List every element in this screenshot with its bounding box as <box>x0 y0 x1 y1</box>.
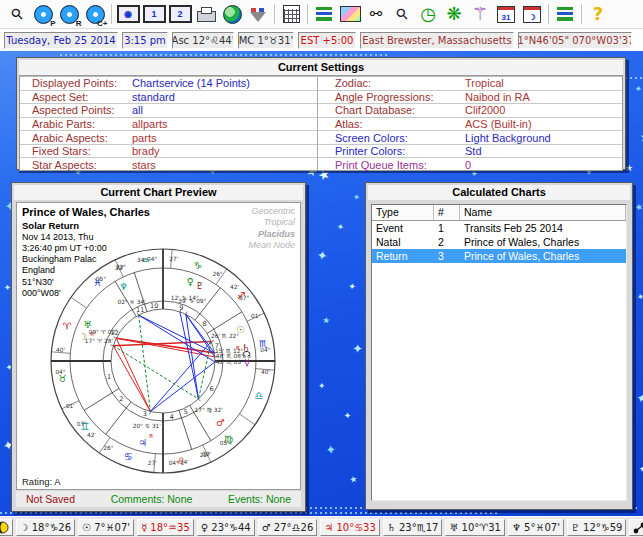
view-chart-button[interactable]: ◉ <box>115 2 141 26</box>
chart-info-line: Nov 14 2013, Thu <box>22 232 150 243</box>
setting-label: Arabic Parts: <box>20 118 132 130</box>
setting-label: Screen Colors: <box>318 132 465 144</box>
calculated-charts-list[interactable]: Type#NameEvent1Transits Feb 25 2014Natal… <box>371 204 627 501</box>
animate-clock-icon: ◷ <box>420 5 436 23</box>
chart-report-icon <box>283 5 300 23</box>
graphic-ephemeris-button[interactable] <box>337 2 363 26</box>
chart-type: Solar Return <box>22 220 150 232</box>
chart-corner-line: Placidus <box>248 229 295 240</box>
solar-fire-window: ⚲PRC+◉12⚯⚲◷❋⚚31☽? Tuesday, Feb 25 20143:… <box>0 0 643 537</box>
comments-label[interactable]: Comments: None <box>111 493 193 505</box>
current-settings-panel: Current Settings Displayed Points:Charts… <box>16 57 626 170</box>
view-chart-1-button[interactable]: 1 <box>141 2 167 26</box>
setting-row[interactable]: Angle Progressions:Naibod in RA <box>318 91 622 105</box>
status-time[interactable]: 3:15 pm <box>122 32 168 49</box>
atlas-globe-icon <box>223 5 242 24</box>
svg-text:4: 4 <box>170 413 174 421</box>
almanac-icon: ☽ <box>523 6 541 23</box>
dotted-texture <box>60 54 390 56</box>
setting-label: Aspected Points: <box>20 104 132 116</box>
progressed-chart-icon: P <box>34 5 53 24</box>
setting-label: Zodiac: <box>318 77 465 89</box>
chart-wizard-button[interactable]: ⚚ <box>467 2 493 26</box>
time-search-button[interactable]: ⚲ <box>389 2 415 26</box>
return-chart-button[interactable]: R <box>56 2 82 26</box>
help-icon: ? <box>593 5 603 23</box>
not-saved-label[interactable]: Not Saved <box>26 493 75 505</box>
setting-value: 0 <box>465 159 471 171</box>
column-header-num[interactable]: # <box>434 205 460 220</box>
events-label[interactable]: Events: None <box>228 493 291 505</box>
calendar-button[interactable]: 31 <box>493 2 519 26</box>
svg-text:♃: ♃ <box>138 437 147 448</box>
setting-row[interactable]: Displayed Points:Chartservice (14 Points… <box>20 77 317 91</box>
setting-label: Fixed Stars: <box>20 145 132 157</box>
almanac-button[interactable]: ☽ <box>519 2 545 26</box>
chart-cell: Event <box>372 222 434 234</box>
new-chart-button[interactable]: C+ <box>82 2 108 26</box>
svg-text:♈: ♈ <box>63 321 72 332</box>
svg-text:✦: ✦ <box>634 390 643 408</box>
svg-text:♉: ♉ <box>58 373 67 384</box>
aspect-pattern-button[interactable]: ⚯ <box>363 2 389 26</box>
setting-label: Print Queue Items: <box>318 159 465 171</box>
setting-row[interactable]: Aspected Points:all <box>20 104 317 118</box>
chart-preview-area[interactable]: Prince of Wales, Charles Solar Return No… <box>16 202 301 490</box>
setting-row[interactable]: Arabic Aspects:parts <box>20 131 317 145</box>
status-asc[interactable]: Asc 12°♌44' <box>172 32 234 49</box>
planet-position-♅: ♅ 10°♈31 <box>445 519 505 536</box>
setting-row[interactable]: Atlas:ACS (Built-in) <box>318 118 622 132</box>
calc-table-header: Type#Name <box>372 205 626 221</box>
setting-row[interactable]: Printer Colors:Std <box>318 145 622 159</box>
planet-tools-button[interactable]: ❋ <box>441 2 467 26</box>
view-chart-2-button[interactable]: 2 <box>167 2 193 26</box>
status-mc[interactable]: MC 1°♉31' <box>238 32 294 49</box>
svg-text:✦: ✦ <box>352 341 364 356</box>
setting-row[interactable]: Zodiac:Tropical <box>318 77 622 91</box>
aspect-filter-button[interactable] <box>245 2 271 26</box>
aspect-link-toggle[interactable] <box>629 519 643 536</box>
setting-row[interactable]: Chart Database:Clif2000 <box>318 104 622 118</box>
status-date[interactable]: Tuesday, Feb 25 2014 <box>4 32 118 49</box>
setting-row[interactable]: Fixed Stars:brady <box>20 145 317 159</box>
chart-row[interactable]: Return3Prince of Wales, Charles <box>372 249 626 263</box>
animate-clock-button[interactable]: ◷ <box>415 2 441 26</box>
chart-cell: Transits Feb 25 2014 <box>460 222 626 234</box>
status-timezone[interactable]: EST +5:00 <box>298 32 356 49</box>
column-header-name[interactable]: Name <box>460 205 626 220</box>
print-button[interactable] <box>193 2 219 26</box>
status-coordinates[interactable]: 41°N46'05" 070°W03'37" <box>518 32 632 49</box>
chart-list-button[interactable] <box>552 2 578 26</box>
chart-search-button[interactable]: ⚲ <box>4 2 30 26</box>
svg-text:★: ★ <box>349 474 359 485</box>
setting-row[interactable]: Aspect Set:standard <box>20 91 317 105</box>
help-button[interactable]: ? <box>585 2 611 26</box>
chart-report-button[interactable] <box>278 2 304 26</box>
progressed-chart-button[interactable]: P <box>30 2 56 26</box>
time-list-button[interactable] <box>311 2 337 26</box>
atlas-globe-button[interactable] <box>219 2 245 26</box>
aspect-filter-icon <box>250 12 266 22</box>
setting-value: Std <box>465 145 482 157</box>
chart-list-icon <box>557 7 573 21</box>
setting-value: Chartservice (14 Points) <box>132 77 250 89</box>
toolbar-separator <box>581 4 582 24</box>
chart-row[interactable]: Event1Transits Feb 25 2014 <box>372 221 626 235</box>
planet-position-♂: ♂ 27°♎26 <box>258 519 318 536</box>
column-header-type[interactable]: Type <box>372 205 434 220</box>
chart-settings-corner: GeocentricTropicalPlacidusMean Node <box>248 206 295 251</box>
status-location[interactable]: East Brewster, Massachusetts <box>360 32 514 49</box>
setting-value: Tropical <box>465 77 504 89</box>
svg-text:5: 5 <box>184 408 188 416</box>
setting-row[interactable]: Screen Colors:Light Background <box>318 131 622 145</box>
aspect-pattern-icon: ⚯ <box>370 7 383 22</box>
chart-row[interactable]: Natal2Prince of Wales, Charles <box>372 235 626 249</box>
setting-row[interactable]: Arabic Parts:allparts <box>20 118 317 132</box>
chart-rating: Rating: A <box>22 476 61 487</box>
svg-text:26°: 26° <box>212 271 222 277</box>
svg-text:★: ★ <box>625 163 633 173</box>
chart-footer: Not Saved Comments: None Events: None <box>16 491 301 507</box>
setting-row[interactable]: Star Aspects:stars <box>20 158 317 171</box>
setting-row[interactable]: Print Queue Items:0 <box>318 158 622 171</box>
chart-cell: 3 <box>434 250 460 262</box>
